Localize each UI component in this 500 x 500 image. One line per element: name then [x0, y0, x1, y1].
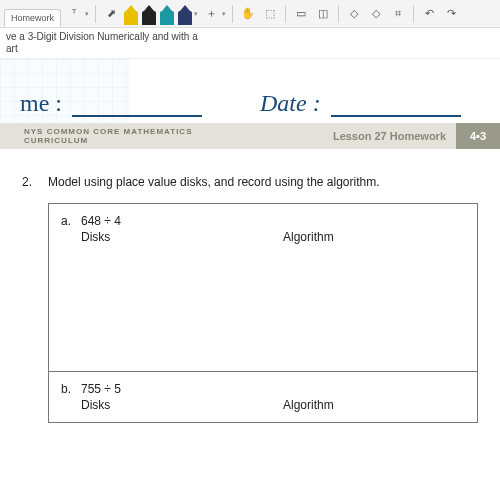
date-line	[331, 113, 461, 117]
undo-icon[interactable]: ↶	[420, 5, 438, 23]
separator	[413, 5, 414, 23]
pen-navy[interactable]	[178, 3, 192, 25]
page-icon[interactable]: ▭	[292, 5, 310, 23]
hand-icon[interactable]: ✋	[239, 5, 257, 23]
pen-yellow[interactable]	[124, 3, 138, 25]
subtitle-line2: art	[6, 43, 494, 55]
algorithm-label: Algorithm	[263, 398, 465, 412]
text-tool-icon[interactable]: ᵀ	[65, 5, 83, 23]
add-icon[interactable]: ＋	[202, 5, 220, 23]
pen-black[interactable]	[142, 3, 156, 25]
separator	[338, 5, 339, 23]
app-toolbar: Homework ᵀ ▾ ⬈ ▾ ＋ ▾ ✋ ⬚ ▭ ◫ ◇ ◇ ⌗ ↶ ↷	[0, 0, 500, 28]
name-field: me :	[20, 90, 240, 117]
grid-icon[interactable]: ⌗	[389, 5, 407, 23]
redo-icon[interactable]: ↷	[442, 5, 460, 23]
disks-label: Disks	[81, 398, 263, 412]
question-box: a. 648 ÷ 4 Disks Algorithm b. 755 ÷ 5 Di…	[48, 203, 478, 423]
separator	[232, 5, 233, 23]
header-handwritten: me : Date :	[0, 59, 500, 123]
name-line	[72, 113, 202, 117]
shapes-icon[interactable]: ◇	[345, 5, 363, 23]
separator	[285, 5, 286, 23]
name-label: me :	[20, 90, 62, 117]
curriculum-badge: 4•3	[456, 123, 500, 149]
curriculum-bar: NYS COMMON CORE MATHEMATICS CURRICULUM L…	[0, 123, 500, 149]
tab-homework[interactable]: Homework	[4, 9, 61, 27]
doc-subtitle: ve a 3-Digit Division Numerically and wi…	[0, 28, 500, 59]
question-text: Model using place value disks, and recor…	[48, 175, 478, 189]
chevron-down-icon[interactable]: ▾	[85, 10, 89, 18]
disks-label: Disks	[81, 230, 263, 244]
part-letter: a.	[61, 214, 81, 228]
question-part-b: b. 755 ÷ 5 Disks Algorithm	[49, 372, 477, 422]
part-letter: b.	[61, 382, 81, 396]
date-label: Date :	[260, 90, 321, 117]
select-icon[interactable]: ⬚	[261, 5, 279, 23]
pen-teal[interactable]	[160, 3, 174, 25]
part-expression: 648 ÷ 4	[81, 214, 465, 228]
cursor-icon[interactable]: ⬈	[102, 5, 120, 23]
curriculum-lesson: Lesson 27 Homework	[250, 123, 456, 149]
question-row: 2. Model using place value disks, and re…	[22, 175, 478, 189]
question-number: 2.	[22, 175, 36, 189]
crop-icon[interactable]: ◫	[314, 5, 332, 23]
worksheet: 2. Model using place value disks, and re…	[0, 149, 500, 423]
question-part-a: a. 648 ÷ 4 Disks Algorithm	[49, 204, 477, 372]
date-field: Date :	[240, 90, 480, 117]
chevron-down-icon[interactable]: ▾	[222, 10, 226, 18]
subtitle-line1: ve a 3-Digit Division Numerically and wi…	[6, 31, 494, 43]
algorithm-label: Algorithm	[263, 230, 465, 244]
separator	[95, 5, 96, 23]
part-expression: 755 ÷ 5	[81, 382, 465, 396]
chevron-down-icon[interactable]: ▾	[194, 10, 198, 18]
eraser-icon[interactable]: ◇	[367, 5, 385, 23]
curriculum-left: NYS COMMON CORE MATHEMATICS CURRICULUM	[0, 123, 250, 149]
